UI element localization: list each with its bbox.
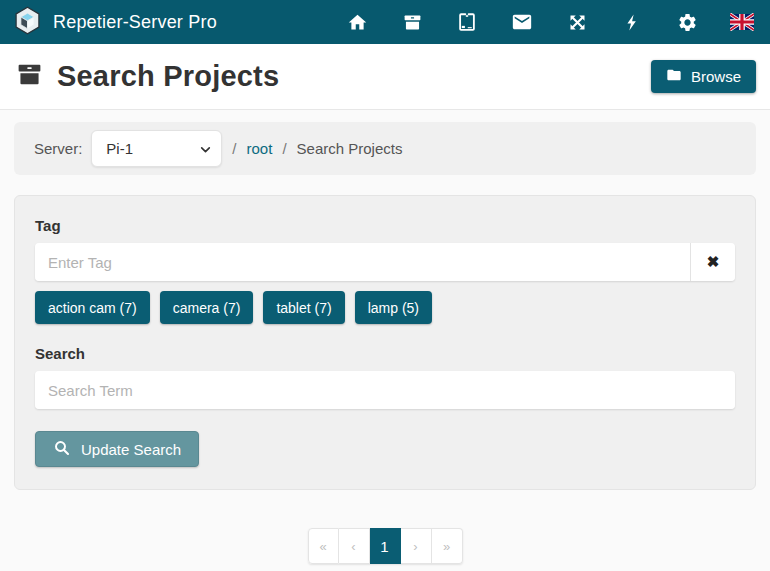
bolt-icon[interactable]	[620, 10, 644, 34]
navbar-icons	[345, 10, 754, 34]
archive-icon[interactable]	[400, 10, 424, 34]
browse-button-label: Browse	[691, 68, 741, 85]
server-label: Server:	[34, 140, 82, 157]
tag-input[interactable]	[35, 243, 690, 281]
archive-icon	[14, 60, 45, 93]
update-search-label: Update Search	[81, 441, 181, 458]
breadcrumb: Server: Pi-1 / root / Search Projects	[14, 122, 756, 175]
update-search-button[interactable]: Update Search	[35, 431, 199, 467]
app-brand[interactable]: Repetier-Server Pro	[12, 5, 217, 40]
language-flag-icon[interactable]	[730, 10, 754, 34]
expand-arrows-icon[interactable]	[565, 10, 589, 34]
pagination-first[interactable]: «	[308, 528, 339, 564]
app-title: Repetier-Server Pro	[53, 12, 217, 33]
search-label: Search	[35, 345, 735, 362]
printer-icon[interactable]	[455, 10, 479, 34]
search-input-wrap	[35, 371, 735, 409]
app-logo	[12, 5, 43, 40]
clear-tag-button[interactable]: ✖	[690, 243, 735, 281]
pagination-page-1[interactable]: 1	[370, 528, 401, 564]
pagination: « ‹ 1 › »	[0, 528, 770, 564]
breadcrumb-separator: /	[232, 140, 236, 157]
tag-input-group: ✖	[35, 243, 735, 281]
top-navbar: Repetier-Server Pro	[0, 0, 770, 44]
home-icon[interactable]	[345, 10, 369, 34]
tag-button[interactable]: action cam (7)	[35, 291, 150, 324]
browse-button[interactable]: Browse	[651, 60, 756, 93]
mail-icon[interactable]	[510, 10, 534, 34]
search-input[interactable]	[35, 371, 735, 409]
pagination-next[interactable]: ›	[401, 528, 432, 564]
pagination-last[interactable]: »	[432, 528, 463, 564]
tag-suggestions: action cam (7) camera (7) tablet (7) lam…	[35, 291, 735, 324]
breadcrumb-separator: /	[282, 140, 286, 157]
gear-icon[interactable]	[675, 10, 699, 34]
folder-icon	[666, 67, 682, 86]
page-title: Search Projects	[57, 60, 279, 93]
tag-button[interactable]: tablet (7)	[263, 291, 344, 324]
pagination-prev[interactable]: ‹	[339, 528, 370, 564]
tag-button[interactable]: lamp (5)	[355, 291, 432, 324]
server-select[interactable]: Pi-1	[91, 130, 222, 167]
breadcrumb-current: Search Projects	[297, 140, 403, 157]
breadcrumb-link-root[interactable]: root	[247, 140, 273, 157]
search-form-card: Tag ✖ action cam (7) camera (7) tablet (…	[14, 195, 756, 490]
search-icon	[53, 439, 71, 460]
tag-button[interactable]: camera (7)	[160, 291, 254, 324]
page-header: Search Projects Browse	[0, 44, 770, 110]
tag-label: Tag	[35, 217, 735, 234]
